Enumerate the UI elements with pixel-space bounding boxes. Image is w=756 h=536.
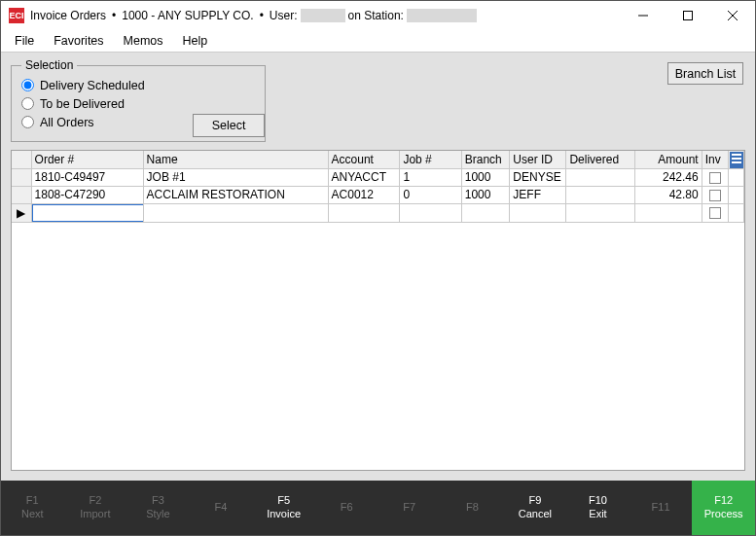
- cell-inv[interactable]: [702, 186, 728, 203]
- fn-f9-cancel[interactable]: F9Cancel: [504, 481, 567, 535]
- cell-delivered[interactable]: [566, 186, 635, 203]
- menubar: File Favorites Memos Help: [1, 30, 755, 52]
- menu-help[interactable]: Help: [173, 32, 218, 50]
- menu-favorites[interactable]: Favorites: [44, 32, 113, 50]
- col-name[interactable]: Name: [143, 151, 328, 168]
- cell-inv[interactable]: [702, 203, 728, 222]
- title-station-mask: [407, 9, 477, 22]
- radio-all-orders-input[interactable]: [21, 116, 34, 128]
- fn-f8[interactable]: F8: [441, 481, 504, 535]
- grid-header-row: Order # Name Account Job # Branch User I…: [12, 151, 744, 168]
- cell-account[interactable]: AC0012: [328, 186, 400, 203]
- col-amount[interactable]: Amount: [635, 151, 702, 168]
- cell-name[interactable]: ACCLAIM RESTORATION: [143, 186, 328, 203]
- col-user[interactable]: User ID: [510, 151, 566, 168]
- menu-file[interactable]: File: [5, 32, 44, 50]
- cell-branch[interactable]: 1000: [461, 186, 510, 203]
- table-row-new[interactable]: ▶ ▼: [12, 203, 744, 222]
- title-app: Invoice Orders: [30, 9, 106, 22]
- titlebar: ECI Invoice Orders • 1000 - ANY SUPPLY C…: [1, 1, 755, 30]
- app-window: ECI Invoice Orders • 1000 - ANY SUPPLY C…: [0, 0, 756, 536]
- cell-user[interactable]: JEFF: [510, 186, 566, 203]
- col-job[interactable]: Job #: [400, 151, 461, 168]
- cell-amount[interactable]: 42.80: [635, 186, 702, 203]
- cell-account[interactable]: ANYACCT: [328, 168, 400, 186]
- radio-to-be-delivered-input[interactable]: [21, 97, 34, 110]
- svg-rect-1: [684, 12, 693, 20]
- col-inv[interactable]: Inv: [702, 151, 728, 168]
- title-user-mask: [301, 9, 345, 22]
- column-chooser-button[interactable]: [730, 152, 743, 168]
- fn-f5-invoice[interactable]: F5Invoice: [252, 481, 315, 535]
- fn-f6[interactable]: F6: [315, 481, 378, 535]
- order-input[interactable]: [32, 204, 144, 222]
- current-row-marker: ▶: [12, 203, 31, 222]
- cell-order[interactable]: 1810-C49497: [31, 168, 143, 186]
- fn-f11[interactable]: F11: [630, 481, 693, 535]
- app-icon: ECI: [9, 8, 24, 23]
- function-key-bar: F1Next F2Import F3Style F4 F5Invoice F6 …: [1, 481, 755, 535]
- cell-job[interactable]: 1: [400, 168, 461, 186]
- fn-f3-style[interactable]: F3Style: [126, 481, 190, 535]
- radio-delivery-scheduled[interactable]: Delivery Scheduled: [21, 76, 255, 94]
- table-row[interactable]: 1808-C47290 ACCLAIM RESTORATION AC0012 0…: [12, 186, 744, 203]
- fn-f1-next[interactable]: F1Next: [1, 481, 64, 535]
- checkbox-icon[interactable]: [709, 207, 721, 219]
- col-branch[interactable]: Branch: [461, 151, 510, 168]
- radio-to-be-delivered[interactable]: To be Delivered: [21, 94, 255, 113]
- col-delivered[interactable]: Delivered: [566, 151, 635, 168]
- select-button[interactable]: Select: [193, 114, 265, 137]
- radio-delivery-scheduled-input[interactable]: [21, 79, 34, 91]
- branch-list-button[interactable]: Branch List: [667, 62, 743, 85]
- close-icon: [728, 11, 738, 20]
- fn-f7[interactable]: F7: [378, 481, 441, 535]
- close-button[interactable]: [710, 1, 755, 30]
- table-row[interactable]: 1810-C49497 JOB #1 ANYACCT 1 1000 DENYSE…: [12, 168, 744, 186]
- cell-amount[interactable]: 242.46: [635, 168, 702, 186]
- col-order[interactable]: Order #: [31, 151, 143, 168]
- fn-f2-import[interactable]: F2Import: [64, 481, 127, 535]
- orders-grid[interactable]: Order # Name Account Job # Branch User I…: [11, 150, 745, 471]
- menu-memos[interactable]: Memos: [114, 32, 173, 50]
- title-station-prefix: on Station:: [348, 9, 404, 22]
- fn-f4[interactable]: F4: [190, 481, 253, 535]
- title-company: 1000 - ANY SUPPLY CO.: [122, 9, 253, 22]
- cell-user[interactable]: DENYSE: [510, 168, 566, 186]
- cell-order-input[interactable]: ▼: [31, 203, 143, 222]
- maximize-button[interactable]: [666, 1, 710, 30]
- cell-order[interactable]: 1808-C47290: [31, 186, 143, 203]
- maximize-icon: [683, 11, 693, 20]
- col-account[interactable]: Account: [328, 151, 400, 168]
- cell-delivered[interactable]: [566, 168, 635, 186]
- fn-f12-process[interactable]: F12Process: [692, 481, 755, 535]
- cell-job[interactable]: 0: [400, 186, 461, 203]
- hamburger-icon: [732, 158, 741, 163]
- cell-inv[interactable]: [702, 168, 728, 186]
- title-user-prefix: User:: [270, 9, 298, 22]
- checkbox-icon[interactable]: [709, 172, 721, 184]
- checkbox-icon[interactable]: [709, 190, 721, 201]
- minimize-button[interactable]: [621, 1, 666, 30]
- client-area: Selection Delivery Scheduled To be Deliv…: [1, 52, 755, 481]
- cell-name[interactable]: JOB #1: [143, 168, 328, 186]
- grid-corner[interactable]: [12, 151, 31, 168]
- fn-f10-exit[interactable]: F10Exit: [566, 481, 630, 535]
- selection-legend: Selection: [21, 58, 77, 72]
- cell-branch[interactable]: 1000: [461, 168, 510, 186]
- minimize-icon: [638, 11, 648, 20]
